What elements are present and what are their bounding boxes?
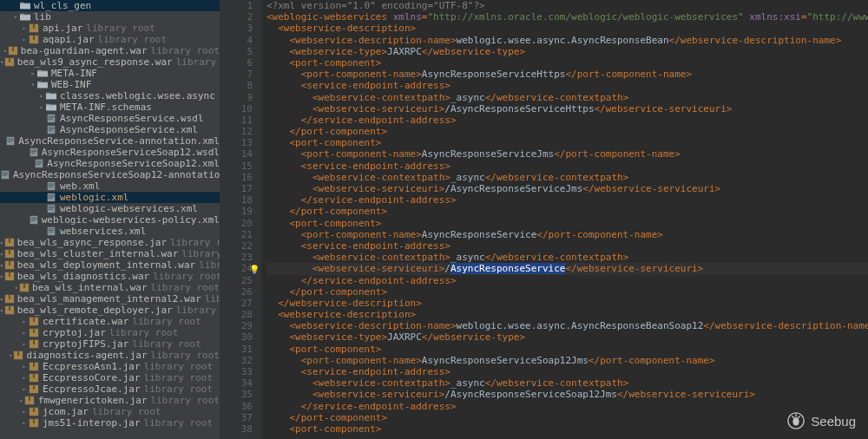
tree-arrow-icon[interactable]: ▸	[21, 417, 28, 429]
tree-arrow-icon[interactable]: ▸	[21, 406, 28, 417]
code-line[interactable]: </port-component>	[266, 286, 868, 298]
tree-arrow-icon[interactable]: ▸	[21, 372, 28, 383]
tree-arrow-icon[interactable]: ▸	[21, 327, 28, 338]
code-line[interactable]: <port-component-name>AsyncResponseServic…	[266, 69, 868, 80]
tree-arrow-icon[interactable]: ▸	[38, 90, 45, 102]
tree-arrow-icon[interactable]: ▸	[38, 102, 45, 113]
tree-arrow-icon[interactable]: ▸	[21, 338, 28, 350]
tree-row[interactable]: ▸cryptoj.jarlibrary root	[0, 327, 220, 338]
code-line[interactable]: <webservice-description>	[266, 23, 868, 34]
tree-row[interactable]: ▸META-INF.schemas	[0, 102, 220, 113]
code-line[interactable]: <service-endpoint-address>	[266, 240, 868, 252]
tree-row[interactable]: web.xml	[0, 180, 220, 192]
tree-row[interactable]: AsyncResponseServiceSoap12.xml	[0, 158, 220, 169]
code-line[interactable]: <webservice-contextpath>_async</webservi…	[266, 252, 868, 263]
tree-arrow-icon[interactable]: ▾	[12, 11, 19, 23]
code-line[interactable]: </port-component>	[266, 126, 868, 137]
tree-row[interactable]: ▸api.jarlibrary root	[0, 23, 220, 34]
tree-row[interactable]: ▸EccpressoAsn1.jarlibrary root	[0, 361, 220, 372]
code-area[interactable]: <?xml version="1.0" encoding="UTF-8"?><w…	[261, 0, 868, 439]
tree-row[interactable]: ▸cryptojFIPS.jarlibrary root	[0, 338, 220, 350]
tree-row[interactable]: AsyncResponseServiceSoap12-annotation.xm…	[0, 169, 220, 180]
tree-row[interactable]: ▸fmwgenerictoken.jarlibrary root	[0, 395, 220, 406]
code-line[interactable]: <port-component>	[266, 423, 868, 435]
tree-row[interactable]: ▾WEB-INF	[0, 79, 220, 90]
tree-row[interactable]: AsyncResponseService.wsdl	[0, 113, 220, 124]
tree-row[interactable]: ▸certificate.warlibrary root	[0, 316, 220, 327]
tree-row[interactable]: AsyncResponseServiceSoap12.wsdl	[0, 147, 220, 158]
tree-row[interactable]: ▸bea_wls_deployment_internal.warlibrary …	[0, 259, 220, 271]
code-line[interactable]: </service-endpoint-address>	[266, 401, 868, 412]
code-line[interactable]: <webservice-contextpath>_async</webservi…	[266, 377, 868, 389]
tree-arrow-icon[interactable]: ▸	[21, 316, 28, 327]
tree-row[interactable]: AsyncResponseService-annotation.xml	[0, 135, 220, 147]
code-editor[interactable]: 1234567891011121314151617181920212223💡24…	[220, 0, 868, 439]
code-line[interactable]: <port-component>	[266, 218, 868, 229]
tree-row[interactable]: ▸bea_wls_remote_deployer.jarlibrary root	[0, 305, 220, 316]
code-line[interactable]: </service-endpoint-address>	[266, 194, 868, 206]
code-line[interactable]: <port-component>	[266, 57, 868, 69]
code-line[interactable]: </service-endpoint-address>	[266, 275, 868, 286]
tree-row[interactable]: ▸jms51-interop.jarlibrary root	[0, 417, 220, 429]
tree-row[interactable]: ▸diagnostics-agent.jarlibrary root	[0, 350, 220, 361]
tree-row[interactable]: webservices.xml	[0, 226, 220, 237]
tree-row[interactable]: ▸bea_wls_internal.warlibrary root	[0, 282, 220, 293]
code-line[interactable]: <port-component>	[266, 344, 868, 355]
tree-item-suffix: library root	[151, 282, 220, 293]
code-line[interactable]: </webservice-description>	[266, 298, 868, 309]
code-line[interactable]: <port-component>	[266, 137, 868, 148]
code-line[interactable]: <webservice-description-name>weblogic.ws…	[266, 320, 868, 331]
code-line[interactable]: <webservice-contextpath>_async</webservi…	[266, 172, 868, 183]
tree-arrow-icon[interactable]: ▸	[21, 34, 28, 45]
project-tree[interactable]: wl_cls_gen▾lib▸api.jarlibrary root▸aqapi…	[0, 0, 220, 439]
tree-arrow-icon[interactable]: ▾	[30, 79, 36, 90]
code-line[interactable]: </port-component>	[266, 412, 868, 423]
tree-row[interactable]: ▸bea_wls_diagnostics.warlibrary root	[0, 271, 220, 282]
code-line[interactable]: <weblogic-webservices xmlns="http://xmln…	[266, 11, 868, 23]
code-line[interactable]: <webservice-serviceuri>/AsyncResponseSer…	[266, 389, 868, 400]
code-line[interactable]: <service-endpoint-address>	[266, 80, 868, 91]
code-line[interactable]: <webservice-type>JAXRPC</webservice-type…	[266, 46, 868, 57]
line-number: 29	[220, 320, 253, 331]
code-line[interactable]: </service-endpoint-address>	[266, 115, 868, 126]
tree-arrow-icon[interactable]: ▸	[18, 395, 24, 406]
tree-row[interactable]: weblogic-webservices.xml	[0, 203, 220, 214]
code-line[interactable]: <port-component-name>AsyncResponseServic…	[266, 229, 868, 240]
tree-row[interactable]: weblogic-webservices-policy.xml	[0, 214, 220, 226]
code-line[interactable]: <webservice-serviceuri>/AsyncResponseSer…	[266, 183, 868, 194]
code-line[interactable]: <service-endpoint-address>	[266, 161, 868, 172]
tree-row[interactable]: ▸bea_wls_management_internal2.warlibrary…	[0, 293, 220, 305]
code-line[interactable]: <webservice-type>JAXRPC</webservice-type…	[266, 331, 868, 343]
code-line[interactable]: <webservice-contextpath>_async</webservi…	[266, 92, 868, 103]
code-line[interactable]: <?xml version="1.0" encoding="UTF-8"?>	[266, 0, 868, 11]
tree-arrow-icon[interactable]: ▸	[21, 23, 28, 34]
tree-row[interactable]: wl_cls_gen	[0, 0, 220, 11]
code-line[interactable]: <webservice-serviceuri>/AsyncResponseSer…	[266, 263, 868, 274]
code-line[interactable]: <port-component-name>AsyncResponseServic…	[266, 148, 868, 160]
tree-row[interactable]: ▸bea_wls_async_response.jarlibrary root	[0, 237, 220, 248]
tree-row[interactable]: ▸aqapi.jarlibrary root	[0, 34, 220, 45]
tree-row[interactable]: weblogic.xml	[0, 192, 220, 203]
code-line[interactable]: <webservice-description-name>weblogic.ws…	[266, 35, 868, 46]
tree-row[interactable]: ▾bea_wls9_async_response.warlibrary root	[0, 56, 220, 68]
tree-row[interactable]: ▸META-INF	[0, 68, 220, 79]
code-line[interactable]: <webservice-description>	[266, 309, 868, 320]
tree-arrow-icon[interactable]: ▸	[30, 68, 36, 79]
tree-row[interactable]: ▸bea-guardian-agent.warlibrary root	[0, 45, 220, 56]
tree-arrow-icon[interactable]: ▸	[21, 383, 28, 395]
code-line[interactable]: <port-component-name>AsyncResponseServic…	[266, 355, 868, 366]
tree-row[interactable]: ▾lib	[0, 11, 220, 23]
archive-icon	[28, 317, 40, 326]
code-line[interactable]: <webservice-serviceuri>/AsyncResponseSer…	[266, 103, 868, 115]
tree-row[interactable]: AsyncResponseService.xml	[0, 124, 220, 135]
code-line[interactable]: <service-endpoint-address>	[266, 366, 868, 377]
tree-row[interactable]: ▸classes.weblogic.wsee.async	[0, 90, 220, 102]
line-number: 7	[220, 69, 253, 80]
tree-row[interactable]: ▸jcom.jarlibrary root	[0, 406, 220, 417]
tree-row[interactable]: ▸EccpressoCore.jarlibrary root	[0, 372, 220, 383]
intention-bulb-icon[interactable]: 💡	[249, 264, 260, 275]
code-line[interactable]: </port-component>	[266, 206, 868, 217]
tree-arrow-icon[interactable]: ▸	[21, 361, 28, 372]
tree-row[interactable]: ▸bea_wls_cluster_internal.warlibrary roo…	[0, 248, 220, 259]
tree-row[interactable]: ▸EccpressoJcae.jarlibrary root	[0, 383, 220, 395]
